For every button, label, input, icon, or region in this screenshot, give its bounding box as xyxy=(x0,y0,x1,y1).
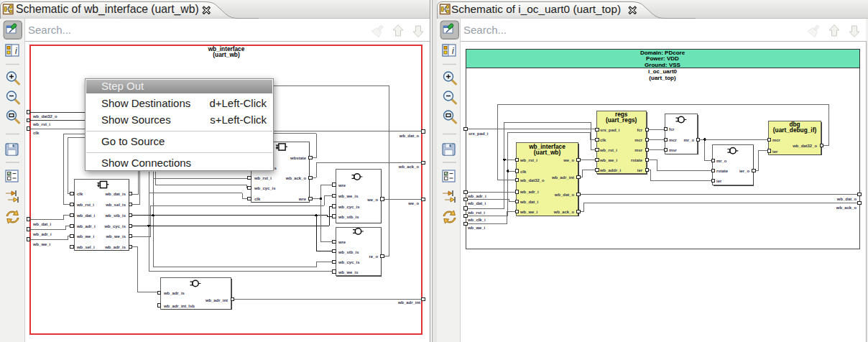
svg-text:(uart_regs): (uart_regs) xyxy=(606,116,637,124)
svg-text:wb_adr_i: wb_adr_i xyxy=(32,232,52,236)
svg-text:we_o: we_o xyxy=(366,198,378,202)
svg-text:i: i xyxy=(15,46,17,56)
svg-text:wb_ack_o: wb_ack_o xyxy=(836,205,857,210)
svg-text:wb_stb_is: wb_stb_is xyxy=(105,213,126,218)
svg-text:i: i xyxy=(452,46,454,56)
svg-text:wb_dat32_o: wb_dat32_o xyxy=(520,178,545,182)
svg-text:wb_sel_is: wb_sel_is xyxy=(105,203,126,207)
svg-text:(uart_top): (uart_top) xyxy=(649,75,676,81)
svg-text:wb_we_i: wb_we_i xyxy=(520,210,538,214)
svg-text:clk: clk xyxy=(33,131,40,135)
svg-text:mcr: mcr xyxy=(634,138,643,142)
svg-text:wre: wre xyxy=(338,240,346,244)
svg-text:mr_o: mr_o xyxy=(716,159,727,163)
svg-text:msr: msr xyxy=(669,148,678,152)
svg-text:wb_cyc_is: wb_cyc_is xyxy=(338,205,360,209)
svg-text:clk: clk xyxy=(600,138,606,142)
svg-text:wb_we_is: wb_we_is xyxy=(105,234,126,239)
svg-text:wb_we_i: wb_we_i xyxy=(32,242,51,246)
svg-text:wb_rst_i: wb_rst_i xyxy=(254,176,272,180)
svg-text:ier: ier xyxy=(716,179,722,183)
svg-text:wb_dat_o: wb_dat_o xyxy=(399,134,420,138)
svg-text:srx_pad_i: srx_pad_i xyxy=(468,131,489,136)
svg-text:wb_sel_i: wb_sel_i xyxy=(76,245,95,249)
svg-text:Ground: VSS: Ground: VSS xyxy=(645,62,680,68)
svg-text:wb_we_is: wb_we_is xyxy=(338,194,359,198)
svg-text:wb_dat_i: wb_dat_i xyxy=(467,201,486,205)
svg-text:(uart_debug_if): (uart_debug_if) xyxy=(773,126,817,134)
svg-text:wb_dat_o: wb_dat_o xyxy=(836,197,857,201)
svg-text:ier: ier xyxy=(772,149,778,154)
svg-text:wb_ack_o: wb_ack_o xyxy=(553,210,575,214)
svg-text:fcr: fcr xyxy=(669,127,675,131)
svg-text:wb_dat_i: wb_dat_i xyxy=(520,200,539,204)
svg-text:we_o: we_o xyxy=(407,201,419,205)
svg-text:wb_adr_i: wb_adr_i xyxy=(467,194,486,198)
svg-text:msr: msr xyxy=(634,148,643,152)
svg-text:wb_stb_is: wb_stb_is xyxy=(338,215,359,219)
svg-text:wb_adr_is: wb_adr_is xyxy=(163,291,185,295)
svg-text:rstate: rstate xyxy=(631,158,643,162)
svg-text:wb_adr_is: wb_adr_is xyxy=(104,245,126,249)
svg-text:wb_addr_i: wb_addr_i xyxy=(599,168,621,172)
svg-text:srx_pad_i: srx_pad_i xyxy=(600,128,620,132)
svg-text:wb_adr_i: wb_adr_i xyxy=(520,190,539,194)
svg-text:wb_rst_i: wb_rst_i xyxy=(467,211,485,215)
svg-text:re_o: re_o xyxy=(369,254,379,259)
svg-text:clk: clk xyxy=(77,192,83,196)
svg-text:wb_cyc_is: wb_cyc_is xyxy=(104,224,126,228)
svg-text:wre: wre xyxy=(338,183,346,188)
svg-text:wb_rst_i: wb_rst_i xyxy=(520,158,537,162)
svg-text:wre: wre xyxy=(298,197,307,201)
svg-text:wb_rst_i: wb_rst_i xyxy=(599,148,617,152)
svg-text:wb_adr_int: wb_adr_int xyxy=(551,175,574,180)
svg-text:clk: clk xyxy=(254,197,261,201)
svg-text:wb_adr_int: wb_adr_int xyxy=(205,298,228,302)
svg-text:wb_rst_i: wb_rst_i xyxy=(76,203,94,207)
svg-text:ier: ier xyxy=(637,168,643,172)
svg-text:(uart_wb): (uart_wb) xyxy=(534,149,561,156)
svg-text:wb_rst_i: wb_rst_i xyxy=(32,122,50,126)
svg-text:wb_we_i: wb_we_i xyxy=(599,158,618,162)
svg-text:i_oc_uart0: i_oc_uart0 xyxy=(648,68,678,75)
svg-text:wb_ack_o: wb_ack_o xyxy=(398,165,420,169)
svg-text:(uart_wb): (uart_wb) xyxy=(213,51,240,58)
svg-text:wb_dat32_o: wb_dat32_o xyxy=(792,144,817,148)
svg-text:clk: clk xyxy=(520,170,527,174)
svg-text:wb_we_i: wb_we_i xyxy=(467,226,486,230)
svg-text:we_o: we_o xyxy=(563,158,574,162)
svg-text:mcr: mcr xyxy=(772,138,781,142)
svg-text:wbstate: wbstate xyxy=(290,156,307,160)
svg-text:wb_cyc_is: wb_cyc_is xyxy=(254,186,276,190)
svg-text:wb_adr_int: wb_adr_int xyxy=(397,300,420,305)
svg-text:mcr: mcr xyxy=(669,138,678,142)
svg-text:ier_o: ier_o xyxy=(739,169,749,173)
svg-text:wb_we_is: wb_we_is xyxy=(338,270,359,274)
svg-text:wb_clk_i: wb_clk_i xyxy=(467,218,486,222)
svg-text:wb_adr_i: wb_adr_i xyxy=(76,224,96,228)
svg-text:rstate: rstate xyxy=(716,169,729,173)
svg-text:wb_we_i: wb_we_i xyxy=(76,234,95,239)
svg-text:wb_dat32_o: wb_dat32_o xyxy=(32,114,57,119)
svg-text:wb_stb_is: wb_stb_is xyxy=(338,250,359,254)
svg-text:wb_cyc_is: wb_cyc_is xyxy=(338,260,360,264)
svg-text:wb_dat_o: wb_dat_o xyxy=(554,193,575,197)
svg-text:wb_dat_i: wb_dat_i xyxy=(76,213,96,218)
svg-text:wb_dat_is: wb_dat_is xyxy=(105,192,126,196)
svg-text:wb_adr_int_lsb: wb_adr_int_lsb xyxy=(163,304,195,308)
svg-text:wb_ack_o: wb_ack_o xyxy=(285,176,307,180)
svg-text:wb_dat_i: wb_dat_i xyxy=(32,222,52,226)
svg-text:fcr: fcr xyxy=(637,128,642,132)
svg-text:mr_o: mr_o xyxy=(684,138,695,142)
